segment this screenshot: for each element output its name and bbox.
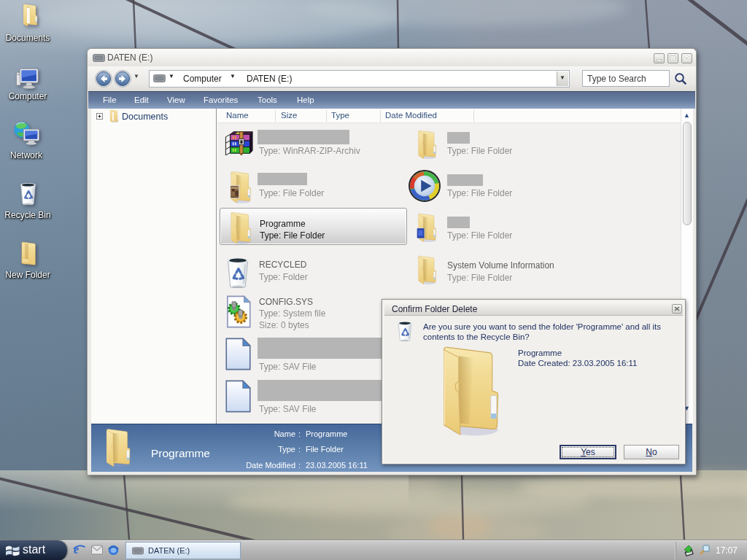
svg-text:e: e — [74, 543, 79, 556]
